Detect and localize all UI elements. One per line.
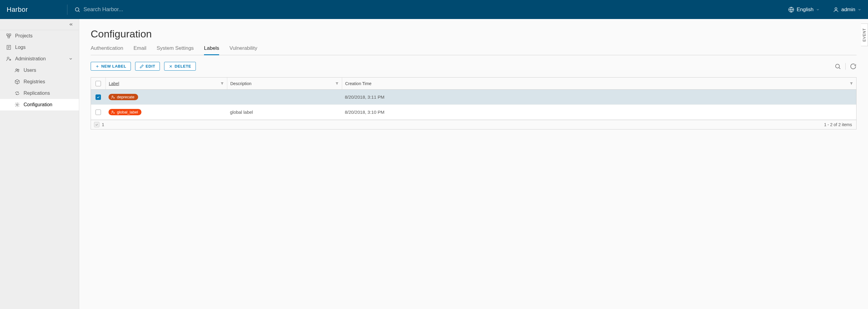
brand-logo: Harbor (7, 6, 28, 13)
footer-selected-indicator (94, 122, 99, 127)
sidebar-item-administration[interactable]: Administration (0, 53, 79, 65)
label-pill: deprecate (108, 94, 138, 100)
cell-creation-time: 8/20/2018, 3:11 PM (342, 90, 856, 104)
filter-icon[interactable] (335, 82, 339, 85)
chevron-down-icon (69, 57, 73, 61)
logs-icon (6, 45, 11, 50)
tab-vulnerability[interactable]: Vulnerability (229, 45, 257, 55)
sidebar-item-configuration[interactable]: Configuration (0, 99, 79, 110)
label-admin-icon (111, 95, 115, 99)
column-header-creation-time[interactable]: Creation Time (342, 77, 856, 89)
refresh-icon[interactable] (850, 63, 857, 70)
gear-icon (14, 102, 20, 107)
sidebar: Projects Logs Administration Users Regis… (0, 19, 79, 309)
tab-bar: Authentication Email System Settings Lab… (91, 45, 857, 55)
svg-point-16 (10, 59, 10, 60)
registries-icon (14, 79, 20, 84)
app-header: Harbor English admin (0, 0, 868, 19)
chevron-down-icon (858, 8, 861, 11)
plus-icon (95, 64, 99, 69)
chevron-left-double-icon (69, 22, 73, 27)
svg-rect-5 (7, 34, 8, 35)
header-divider (67, 4, 67, 15)
sidebar-item-replications[interactable]: Replications (0, 88, 79, 99)
search-container (74, 6, 788, 13)
column-header-description[interactable]: Description (227, 77, 342, 89)
cell-creation-time: 8/20/2018, 3:10 PM (342, 105, 856, 119)
search-icon[interactable] (834, 63, 841, 70)
tab-labels[interactable]: Labels (204, 45, 219, 55)
sidebar-item-registries[interactable]: Registries (0, 76, 79, 88)
labels-table: Label Description Creation Time deprecat… (91, 77, 857, 130)
row-checkbox[interactable] (95, 95, 101, 100)
svg-line-25 (839, 68, 840, 69)
close-icon (168, 64, 173, 69)
sidebar-item-label: Administration (15, 56, 45, 62)
toolbar-separator (845, 63, 846, 70)
language-selector[interactable]: English (788, 7, 819, 13)
projects-icon (6, 33, 11, 39)
search-input[interactable] (84, 6, 788, 13)
selected-count: 1 (102, 122, 104, 127)
cell-description: global label (227, 105, 342, 119)
svg-point-26 (112, 96, 113, 97)
label-admin-icon (111, 110, 115, 114)
main-content: Configuration Authentication Email Syste… (79, 19, 868, 309)
svg-point-28 (112, 111, 113, 112)
svg-line-1 (79, 10, 80, 12)
table-row[interactable]: global_labelglobal label8/20/2018, 3:10 … (91, 105, 856, 120)
filter-icon[interactable] (220, 82, 224, 85)
sidebar-item-projects[interactable]: Projects (0, 30, 79, 42)
event-side-tab[interactable]: EVENT (861, 24, 868, 46)
sidebar-item-logs[interactable]: Logs (0, 42, 79, 53)
admin-icon (6, 56, 11, 62)
button-label: Delete (175, 64, 191, 69)
sidebar-item-label: Logs (15, 45, 26, 50)
filter-icon[interactable] (849, 82, 853, 85)
language-label: English (797, 7, 814, 13)
tab-system-settings[interactable]: System Settings (157, 45, 194, 55)
globe-icon (788, 7, 794, 13)
table-header: Label Description Creation Time (91, 77, 856, 90)
pagination-range: 1 - 2 of 2 items (824, 122, 852, 127)
svg-point-18 (18, 69, 19, 70)
svg-point-19 (16, 104, 18, 105)
chevron-down-icon (816, 8, 819, 11)
toolbar: New Label Edit Delete (91, 62, 857, 71)
svg-point-24 (836, 64, 840, 68)
header-right: English admin (788, 7, 861, 13)
sidebar-item-label: Configuration (24, 102, 52, 107)
svg-rect-6 (9, 34, 11, 35)
sidebar-item-label: Registries (24, 79, 45, 84)
user-menu[interactable]: admin (833, 7, 861, 13)
svg-point-0 (75, 7, 79, 11)
new-label-button[interactable]: New Label (91, 62, 131, 71)
user-icon (833, 7, 839, 13)
tab-authentication[interactable]: Authentication (91, 45, 123, 55)
replications-icon (14, 91, 20, 96)
edit-button[interactable]: Edit (135, 62, 160, 71)
row-checkbox[interactable] (95, 109, 101, 115)
svg-point-4 (835, 7, 837, 10)
sidebar-item-label: Replications (24, 91, 50, 96)
svg-point-15 (7, 57, 9, 59)
search-icon (74, 7, 81, 13)
delete-button[interactable]: Delete (164, 62, 196, 71)
users-icon (14, 68, 20, 73)
table-footer: 1 1 - 2 of 2 items (91, 120, 856, 129)
sidebar-item-label: Projects (15, 33, 33, 39)
sidebar-collapse[interactable] (0, 19, 79, 30)
column-header-label[interactable]: Label (105, 77, 227, 89)
sidebar-item-label: Users (24, 68, 36, 73)
button-label: New Label (101, 64, 126, 69)
svg-rect-7 (8, 36, 9, 38)
label-pill: global_label (108, 109, 142, 115)
select-all-checkbox[interactable] (95, 81, 101, 86)
tab-email[interactable]: Email (133, 45, 147, 55)
page-title: Configuration (91, 28, 857, 40)
username-label: admin (841, 7, 855, 13)
svg-point-17 (16, 69, 17, 70)
table-row[interactable]: deprecate8/20/2018, 3:11 PM (91, 90, 856, 105)
sidebar-item-users[interactable]: Users (0, 65, 79, 76)
cell-description (227, 90, 342, 104)
